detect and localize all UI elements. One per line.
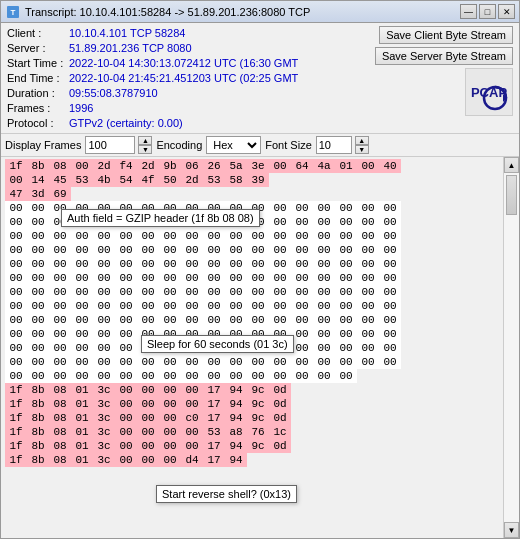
hex-byte: 00 — [159, 327, 181, 341]
hex-byte: 00 — [379, 327, 401, 341]
hex-byte: 00 — [93, 299, 115, 313]
hex-byte: 00 — [115, 411, 137, 425]
hex-byte: 00 — [357, 257, 379, 271]
hex-byte: 00 — [203, 201, 225, 215]
close-button[interactable]: ✕ — [498, 4, 515, 19]
hex-byte: 00 — [313, 215, 335, 229]
hex-byte: 00 — [181, 355, 203, 369]
hex-byte: 00 — [137, 369, 159, 383]
hex-byte: 00 — [71, 369, 93, 383]
hex-byte: 00 — [291, 243, 313, 257]
scroll-down-arrow[interactable]: ▼ — [504, 522, 519, 538]
hex-byte: 00 — [159, 201, 181, 215]
hex-byte: 00 — [27, 257, 49, 271]
hex-byte: 00 — [379, 257, 401, 271]
hex-byte: 00 — [115, 453, 137, 467]
hex-byte: 00 — [203, 229, 225, 243]
frames-down-button[interactable]: ▼ — [138, 145, 152, 154]
window-controls: — □ ✕ — [460, 4, 515, 19]
hex-byte: 2d — [137, 159, 159, 173]
hex-byte: 00 — [335, 257, 357, 271]
hex-byte: 00 — [291, 369, 313, 383]
hex-byte: 00 — [335, 355, 357, 369]
duration-row: Duration : 09:55:08.3787910 — [7, 86, 371, 100]
hex-row: 1f8b08013c000000d41794 — [3, 453, 501, 467]
hex-byte: 2d — [93, 159, 115, 173]
display-frames-spinner: ▲ ▼ — [138, 136, 152, 154]
app-icon: T — [5, 4, 21, 20]
hex-byte: 17 — [203, 439, 225, 453]
hex-byte: 00 — [181, 397, 203, 411]
start-time-value: 2022-10-04 14:30:13.072412 UTC (16:30 GM… — [69, 56, 298, 70]
hex-byte: 00 — [5, 229, 27, 243]
save-client-button[interactable]: Save Client Byte Stream — [379, 26, 513, 44]
hex-byte: 00 — [269, 215, 291, 229]
hex-byte: 00 — [313, 313, 335, 327]
hex-byte: 08 — [49, 411, 71, 425]
hex-byte: 00 — [313, 243, 335, 257]
hex-byte: 00 — [115, 327, 137, 341]
hex-byte: 3c — [93, 425, 115, 439]
hex-byte: 00 — [313, 201, 335, 215]
hex-row: 000000000000000000000000000000000000 — [3, 285, 501, 299]
hex-byte: 00 — [357, 313, 379, 327]
font-size-input[interactable] — [316, 136, 352, 154]
hex-byte: 17 — [203, 397, 225, 411]
hex-byte: 00 — [115, 285, 137, 299]
minimize-button[interactable]: — — [460, 4, 477, 19]
hex-byte: 00 — [225, 257, 247, 271]
hex-byte: 3c — [93, 453, 115, 467]
hex-byte: 00 — [357, 243, 379, 257]
vertical-scrollbar[interactable]: ▲ ▼ — [503, 157, 519, 538]
font-down-button[interactable]: ▼ — [355, 145, 369, 154]
info-fields: Client : 10.10.4.101 TCP 58284 Server : … — [7, 26, 371, 130]
hex-byte: 50 — [159, 173, 181, 187]
hex-row: 473d69 — [3, 187, 501, 201]
hex-byte: 00 — [5, 271, 27, 285]
hex-byte: 00 — [137, 285, 159, 299]
hex-byte: 00 — [203, 369, 225, 383]
hex-byte: 00 — [159, 215, 181, 229]
hex-row: 000000000000000000000000000000000000 — [3, 355, 501, 369]
hex-byte: 00 — [357, 341, 379, 355]
encoding-select[interactable]: Hex ASCII — [206, 136, 261, 154]
hex-byte: 00 — [115, 341, 137, 355]
hex-byte: 00 — [71, 341, 93, 355]
hex-byte: 00 — [159, 425, 181, 439]
font-up-button[interactable]: ▲ — [355, 136, 369, 145]
hex-byte: d4 — [181, 453, 203, 467]
scroll-thumb[interactable] — [506, 175, 517, 215]
scroll-up-arrow[interactable]: ▲ — [504, 157, 519, 173]
scroll-track[interactable] — [504, 173, 519, 522]
hex-byte: 00 — [247, 201, 269, 215]
hex-byte: 00 — [181, 369, 203, 383]
hex-byte: 00 — [137, 271, 159, 285]
display-frames-input[interactable] — [85, 136, 135, 154]
hex-byte: 00 — [159, 243, 181, 257]
hex-byte: 00 — [291, 201, 313, 215]
hex-byte: 00 — [159, 453, 181, 467]
hex-byte: 9c — [247, 383, 269, 397]
hex-byte: 47 — [5, 187, 27, 201]
hex-byte: 00 — [313, 369, 335, 383]
hex-byte: 1f — [5, 453, 27, 467]
frames-up-button[interactable]: ▲ — [138, 136, 152, 145]
save-server-button[interactable]: Save Server Byte Stream — [375, 47, 513, 65]
hex-byte: 00 — [5, 257, 27, 271]
hex-byte: 00 — [291, 341, 313, 355]
hex-byte: 00 — [49, 229, 71, 243]
hex-byte: 00 — [27, 271, 49, 285]
hex-byte: 00 — [27, 215, 49, 229]
hex-byte: 4b — [93, 173, 115, 187]
hex-byte: 00 — [357, 285, 379, 299]
hex-byte: 00 — [115, 229, 137, 243]
hex-byte: 00 — [225, 243, 247, 257]
hex-byte: 00 — [203, 215, 225, 229]
maximize-button[interactable]: □ — [479, 4, 496, 19]
hex-byte: 00 — [247, 215, 269, 229]
duration-value: 09:55:08.3787910 — [69, 86, 158, 100]
hex-byte: 00 — [137, 397, 159, 411]
hex-scroll-area[interactable]: 1f8b08002df42d9b06265a3e00644a0100400014… — [1, 157, 503, 538]
hex-row: 1f8b08013c0000000017949c0d — [3, 439, 501, 453]
hex-byte: 00 — [269, 243, 291, 257]
